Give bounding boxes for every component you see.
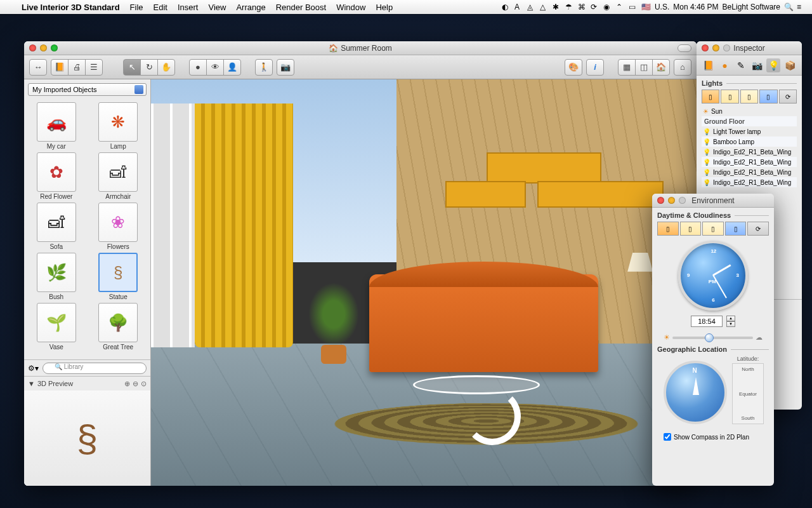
locale-flag-icon[interactable]: 🇺🇸 — [641, 3, 651, 11]
menu-arrange[interactable]: Arrange — [236, 3, 265, 12]
clock[interactable]: Mon 4:46 PM — [673, 3, 718, 11]
light-row[interactable]: 💡Light Tower lamp — [702, 126, 797, 137]
tab-object[interactable]: 📙 — [702, 58, 716, 72]
status-triangle-icon[interactable]: ◬ — [527, 3, 536, 11]
select-tool[interactable]: ↖ — [123, 59, 141, 76]
home-button[interactable]: ⌂ — [674, 59, 691, 76]
light-row[interactable]: 💡Indigo_Ed2_R1_Beta_Wing — [702, 157, 797, 167]
globe-icon[interactable]: ✱ — [553, 3, 561, 11]
view-house-button[interactable]: 🏠 — [652, 59, 670, 76]
category-dropdown[interactable]: My Imported Objects — [28, 83, 147, 96]
preview-canvas[interactable]: § — [24, 391, 150, 486]
env-zoom-button[interactable] — [679, 197, 686, 204]
eye-tool[interactable]: 👁 — [206, 59, 224, 76]
library-item-tree[interactable]: 🌳Great Tree — [89, 303, 148, 351]
airport-icon[interactable]: ⌃ — [616, 3, 625, 11]
light-row[interactable]: 💡Bamboo Lamp — [702, 137, 797, 147]
library-item-flowers[interactable]: ❀Flowers — [89, 203, 148, 250]
daytime-morning-button[interactable]: ▯ — [721, 90, 738, 104]
user-tool[interactable]: 👤 — [223, 59, 241, 76]
environment-titlebar[interactable]: Environment — [652, 194, 774, 208]
zoom-button[interactable] — [51, 44, 58, 51]
print-button[interactable]: 🖨 — [68, 59, 86, 76]
menu-file[interactable]: File — [130, 3, 143, 12]
drive-icon[interactable]: △ — [540, 3, 549, 11]
back-button[interactable]: ↔ — [29, 59, 47, 76]
daytime-dawn-button[interactable]: ▯ — [702, 90, 719, 104]
library-item-vase[interactable]: 🌱Vase — [27, 303, 86, 351]
env-morning-button[interactable]: ▯ — [680, 222, 702, 236]
pan-tool[interactable]: ✋ — [157, 59, 175, 76]
zoom-fit-icon[interactable]: ⊙ — [141, 380, 147, 388]
tab-edit[interactable]: ✎ — [734, 58, 748, 72]
gear-icon[interactable]: ⚙▾ — [28, 364, 39, 373]
render-button[interactable]: 🎨 — [565, 59, 582, 76]
view-2d-button[interactable]: ▦ — [618, 59, 636, 76]
env-noon-button[interactable]: ▯ — [702, 222, 724, 236]
menu-window[interactable]: Window — [336, 3, 365, 12]
close-button[interactable] — [29, 44, 36, 51]
env-close-button[interactable] — [657, 197, 664, 204]
point-tool[interactable]: ● — [189, 59, 207, 76]
daytime-custom-button[interactable]: ⟳ — [779, 90, 797, 104]
spotlight-icon[interactable]: 🔍 — [784, 3, 793, 11]
umbrella-icon[interactable]: ☂ — [565, 3, 574, 11]
disclosure-icon[interactable]: ▼ — [28, 380, 35, 387]
walk-tool[interactable]: 🚶 — [255, 59, 273, 76]
menu-view[interactable]: View — [208, 3, 226, 12]
inspector-close-button[interactable] — [702, 44, 709, 51]
library-search-input[interactable]: 🔍 Library — [43, 363, 147, 374]
inspector-titlebar[interactable]: Inspector — [697, 41, 802, 55]
library-item-bush[interactable]: 🌿Bush — [27, 253, 86, 300]
menu-help[interactable]: Help — [376, 3, 393, 12]
clock-widget[interactable]: 12369 PM — [678, 241, 748, 311]
env-custom-button[interactable]: ⟳ — [747, 222, 769, 236]
tab-lights[interactable]: 💡 — [766, 58, 780, 72]
env-dawn-button[interactable]: ▯ — [657, 222, 679, 236]
main-titlebar[interactable]: 🏠Summer Room — [24, 41, 697, 55]
env-evening-button[interactable]: ▯ — [725, 222, 747, 236]
wifi-icon[interactable]: ◉ — [603, 3, 612, 11]
minimize-button[interactable] — [40, 44, 47, 51]
info-button[interactable]: i — [586, 59, 604, 76]
tab-camera[interactable]: 📷 — [750, 58, 764, 72]
env-min-button[interactable] — [668, 197, 675, 204]
bluetooth-icon[interactable]: ⌘ — [578, 3, 587, 11]
sun-row[interactable]: ☀Sun — [702, 106, 797, 116]
library-item-lamp[interactable]: ❋Lamp — [89, 102, 148, 150]
sync-icon[interactable]: ⟳ — [591, 3, 599, 11]
menu-renderboost[interactable]: Render Boost — [276, 3, 327, 12]
zoom-in-icon[interactable]: ⊕ — [124, 380, 130, 388]
daytime-noon-button[interactable]: ▯ — [740, 90, 758, 104]
menu-insert[interactable]: Insert — [178, 3, 199, 12]
status-icon[interactable]: ◐ — [502, 3, 511, 11]
library-item-redflower[interactable]: ✿Red Flower — [27, 152, 86, 200]
daytime-evening-button[interactable]: ▯ — [759, 90, 777, 104]
vendor-name[interactable]: BeLight Software — [723, 3, 780, 11]
time-input[interactable] — [691, 316, 723, 327]
library-item-car[interactable]: 🚗My car — [27, 102, 86, 150]
list-button[interactable]: ☰ — [85, 59, 103, 76]
show-compass-checkbox[interactable] — [664, 433, 671, 441]
3d-viewport[interactable] — [151, 79, 697, 486]
cloudiness-slider[interactable] — [672, 337, 753, 339]
app-name[interactable]: Live Interior 3D Standard — [22, 3, 120, 12]
library-item-sofa[interactable]: 🛋Sofa — [27, 203, 86, 250]
battery-icon[interactable]: ▭ — [629, 3, 638, 11]
library-item-statue[interactable]: §Statue — [89, 253, 148, 300]
menu-edit[interactable]: Edit — [154, 3, 167, 12]
library-item-armchair[interactable]: 🛋Armchair — [89, 152, 148, 200]
light-row[interactable]: 💡Indigo_Ed2_R1_Beta_Wing — [702, 177, 797, 187]
adobe-icon[interactable]: A — [514, 3, 523, 11]
camera-tool[interactable]: 📷 — [277, 59, 294, 76]
inspector-min-button[interactable] — [712, 44, 719, 51]
light-row[interactable]: 💡Indigo_Ed2_R1_Beta_Wing — [702, 147, 797, 157]
zoom-out-icon[interactable]: ⊖ — [133, 380, 138, 388]
time-stepper[interactable]: ▲▼ — [726, 316, 735, 327]
library-button[interactable]: 📙 — [51, 59, 69, 76]
rotate-tool[interactable]: ↻ — [140, 59, 158, 76]
notifications-icon[interactable]: ≡ — [797, 3, 806, 11]
compass-widget[interactable] — [664, 361, 727, 424]
tab-props[interactable]: 📦 — [783, 58, 797, 72]
latitude-slider[interactable]: North Equator South — [732, 363, 764, 424]
